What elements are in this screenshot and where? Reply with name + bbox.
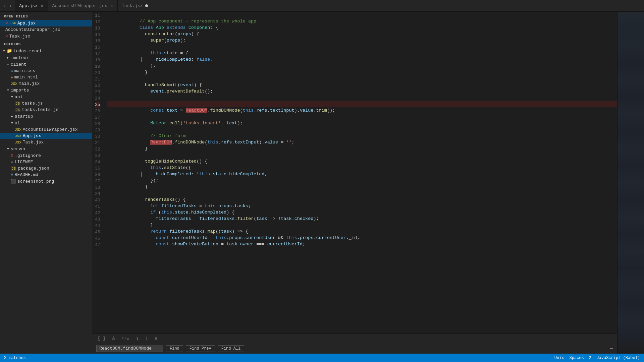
code-line-43: } [107,216,617,222]
code-line-47 [107,241,617,247]
code-content[interactable]: 1112131415 1617181920 21222324 25 262728… [92,12,617,334]
file-task-jsx[interactable]: JSX Task.jsx [0,139,92,145]
file-name: AccountsUIWrapper.jsx [5,27,60,32]
tab-close-accounts[interactable]: ✕ [110,3,113,8]
file-main-html[interactable]: ◈ main.html [0,74,92,80]
git-icon: ⊗ [11,153,13,158]
folder-imports[interactable]: ▾ imports [0,87,92,94]
folder-meteor[interactable]: ▸ .meteor [0,54,92,61]
json-icon: JS [11,166,16,171]
file-readme-md[interactable]: ≡ README.md [0,172,92,178]
folder-name: imports [11,88,29,93]
tab-close-app[interactable]: ✕ [40,3,44,8]
file-main-css[interactable]: ≋ main.css [0,68,92,74]
folders-label: FOLDERS [0,40,92,48]
indent-icon[interactable]: ↴ [135,335,140,342]
close-icon[interactable]: ✕ [5,20,8,26]
symbol-icon[interactable]: ⊕ [153,335,159,342]
open-file-accounts-jsx[interactable]: AccountsUIWrapper.jsx [0,26,92,33]
code-line-38 [107,184,617,190]
code-line-40: let filteredTasks = this.props.tasks; [107,196,617,203]
file-icon: ≡ [11,160,13,165]
spaces[interactable]: Spaces: 2 [570,356,591,360]
folder-arrow: ▾ [11,94,13,100]
file-gitignore[interactable]: ⊗ .gitignore [0,152,92,159]
code-line-27: Meteor.call('tasks.insert', text); [107,114,617,120]
layout-icon[interactable]: ↕ [144,335,150,342]
tab-next-button[interactable]: › [8,2,13,9]
file-screenshot-png[interactable]: ⬛ screenshot.png [0,178,92,185]
code-line-13: constructor(props) { [107,24,617,31]
code-line-41: if (this.state.hideCompleted) { [107,203,617,209]
close-icon[interactable]: ✕ [5,34,8,39]
three-dot-menu[interactable]: ⋯ [610,345,613,352]
code-lines[interactable]: // App component - represents the whole … [106,12,617,334]
folder-ui[interactable]: ▾ ui [0,120,92,126]
code-line-20 [107,69,617,75]
file-package-json[interactable]: JS package.json [0,165,92,172]
file-license[interactable]: ≡ LICENSE [0,159,92,165]
file-name: README.md [15,172,38,177]
open-file-task-jsx[interactable]: ✕ Task.jsx [0,33,92,40]
folder-startup[interactable]: ▸ startup [0,113,92,120]
folder-icon-color: 📁 [7,48,12,54]
tab-prev-button[interactable]: ‹ [3,2,7,9]
snippet-icon[interactable]: ⁵⁄₈ [120,335,130,342]
encoding[interactable]: Unix [554,356,564,360]
folder-api[interactable]: ▾ api [0,94,92,100]
file-name: Task.jsx [9,34,30,39]
find-bar: Find Find Prev Find All ⋯ [92,343,617,354]
file-name: main.jsx [19,81,40,86]
file-tasks-js[interactable]: JS tasks.js [0,100,92,107]
code-line-29: // Clear form [107,126,617,133]
code-line-32 [107,145,617,152]
folder-arrow: ▾ [7,146,9,152]
folder-arrow: ▾ [7,62,9,67]
folder-name: server [11,146,26,152]
tab-accounts-jsx[interactable]: AccountsUIWrapper.jsx ✕ [48,0,118,11]
code-line-46: const showPrivateButton = task.owner ===… [107,235,617,241]
file-name: .gitignore [15,153,41,158]
code-line-30: ReactDOM.findDOMNode(this.refs.textInput… [107,133,617,139]
tab-task-jsx[interactable]: Task.jsx [118,0,152,11]
jsx-icon: JSX [15,128,21,132]
code-line-23 [107,88,617,95]
code-line-19: } [107,63,617,69]
file-accountsuiwrapper-jsx[interactable]: JSX AccountsUIWrapper.jsx [0,126,92,133]
status-bar-right: Unix Spaces: 2 JavaScript (Babel) [554,356,640,360]
language[interactable]: JavaScript (Babel) [596,356,640,360]
code-line-34: this.setState({ [107,158,617,165]
code-line-37: } [107,177,617,184]
find-prev-button[interactable]: Find Prev [186,345,215,352]
tab-app-jsx[interactable]: App.jsx ✕ [15,0,48,11]
file-name: App.jsx [17,21,36,26]
folder-arrow: ▾ [7,87,9,93]
folder-arrow: ▸ [7,55,9,60]
code-line-12: class App extends Component { [107,18,617,24]
folder-server[interactable]: ▾ server [0,145,92,152]
file-app-jsx[interactable]: JSX App.jsx [0,133,92,139]
img-icon: ⬛ [11,179,16,184]
find-button[interactable]: Find [166,345,183,352]
folder-todos-react[interactable]: ▾ 📁 todos-react [0,48,92,54]
file-name: screenshot.png [17,179,54,184]
folder-name: ui [15,121,20,126]
code-editor[interactable]: 1112131415 1617181920 21222324 25 262728… [92,12,617,354]
minimap-content [618,12,644,354]
find-all-button[interactable]: Find All [218,345,245,352]
code-line-42: filteredTasks = filteredTasks.filter(tas… [107,209,617,216]
open-file-app-jsx[interactable]: ✕ JSX App.jsx [0,20,92,26]
code-line-44: return filteredTasks.map((task) => { [107,222,617,228]
font-icon[interactable]: A [111,335,116,342]
folder-name: .meteor [11,55,29,60]
file-main-jsx[interactable]: JSX main.jsx [0,80,92,87]
file-tasks-tests-js[interactable]: JS tasks.tests.js [0,107,92,113]
tab-label: AccountsUIWrapper.jsx [52,3,107,8]
file-name: LICENSE [15,160,33,165]
status-bar: 2 matches Unix Spaces: 2 JavaScript (Bab… [0,354,644,362]
folder-client[interactable]: ▾ client [0,61,92,68]
tab-bar-nav: ‹ › [0,0,15,11]
bracket-icon[interactable]: [ ] [96,335,107,342]
code-line-22: event.preventDefault(); [107,82,617,88]
find-input[interactable] [96,345,163,352]
